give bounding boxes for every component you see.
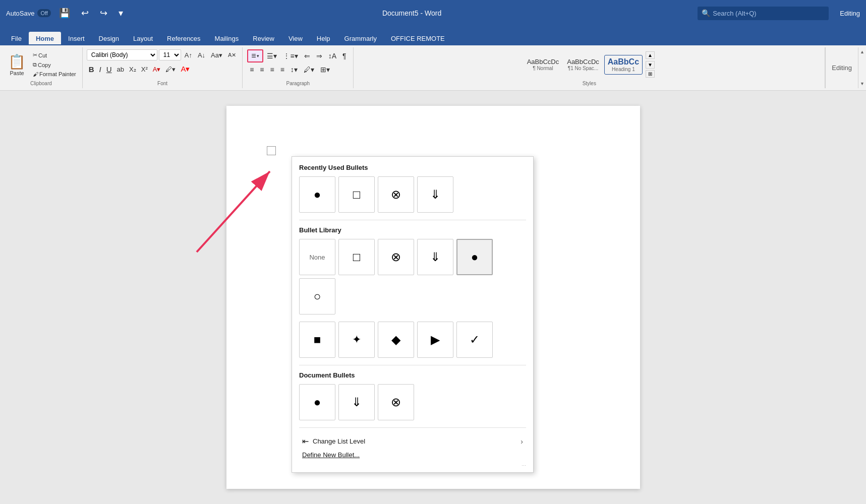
library-bullet-open-circle[interactable]: ○ — [299, 278, 335, 314]
cut-button[interactable]: ✂ Cut — [31, 51, 78, 59]
doc-bullet-arrow-down[interactable]: ⇓ — [338, 384, 375, 420]
doc-bullet-dot[interactable]: ● — [299, 384, 335, 420]
divider-2 — [299, 365, 526, 365]
tab-office-remote[interactable]: OFFICE REMOTE — [384, 32, 452, 45]
show-formatting-button[interactable]: ¶ — [340, 49, 349, 62]
clear-formatting-button[interactable]: A✕ — [226, 51, 238, 59]
align-right-button[interactable]: ≡ — [267, 64, 276, 75]
styles-up-button[interactable]: ▲ — [646, 51, 655, 59]
superscript-button[interactable]: X² — [139, 65, 150, 74]
change-list-level-item[interactable]: ⇤ Change List Level › — [299, 434, 526, 449]
autosave-toggle[interactable]: Off — [37, 9, 50, 17]
tab-help[interactable]: Help — [310, 32, 337, 45]
library-bullet-diamond[interactable]: ◆ — [378, 322, 414, 358]
borders-button[interactable]: ⊞▾ — [318, 64, 332, 75]
subscript-button[interactable]: X₂ — [127, 65, 138, 74]
multilevel-list-button[interactable]: ⋮≡▾ — [280, 49, 300, 62]
font-row-2: B I U ab X₂ X² A▾ 🖊▾ A▾ — [87, 64, 192, 75]
tab-layout[interactable]: Layout — [126, 32, 160, 45]
styles-down-button[interactable]: ▼ — [646, 61, 655, 69]
cut-label: Cut — [38, 52, 47, 58]
recent-bullet-dot[interactable]: ● — [299, 176, 335, 213]
resize-handle[interactable]: ⋯ — [299, 463, 526, 468]
recent-bullet-circle-x[interactable]: ⊗ — [378, 176, 414, 213]
style-normal[interactable]: AaBbCcDc ¶ Normal — [524, 56, 562, 73]
bold-button[interactable]: B — [87, 64, 96, 75]
tab-home[interactable]: Home — [29, 32, 61, 45]
strikethrough-button[interactable]: ab — [115, 65, 126, 74]
bullet-list-button[interactable]: ≡▾ — [247, 49, 263, 62]
tab-mailings[interactable]: Mailings — [208, 32, 246, 45]
styles-expand-button[interactable]: ⊞ — [646, 70, 655, 78]
redo-button[interactable]: ↪ — [97, 6, 110, 21]
clipboard-group: 📋 Paste ✂ Cut ⧉ Copy 🖌 Format Painter Cl… — [0, 47, 83, 88]
define-new-bullet-item[interactable]: Define New Bullet... — [299, 449, 526, 461]
library-bullet-black-square[interactable]: ■ — [299, 322, 335, 358]
tab-insert[interactable]: Insert — [61, 32, 92, 45]
customize-button[interactable]: ▾ — [116, 6, 126, 21]
tab-file[interactable]: File — [4, 32, 29, 45]
library-bullet-square[interactable]: □ — [338, 239, 375, 275]
shading-button[interactable]: 🖊▾ — [301, 64, 317, 75]
font-color-button[interactable]: A▾ — [151, 65, 163, 74]
italic-button[interactable]: I — [97, 64, 103, 75]
paste-button[interactable]: 📋 Paste — [4, 51, 30, 78]
scroll-up-arrow[interactable]: ▲ — [858, 48, 866, 55]
copy-button[interactable]: ⧉ Copy — [31, 60, 78, 69]
format-painter-icon: 🖌 — [33, 71, 38, 77]
cut-icon: ✂ — [33, 52, 37, 58]
style-no-spacing[interactable]: AaBbCcDc ¶1 No Spac... — [564, 56, 602, 73]
library-grid-1: None □ ⊗ ⇓ ● ○ — [299, 239, 526, 314]
library-grid-2: ■ ✦ ◆ ▶ ✓ — [299, 322, 526, 358]
style-heading1[interactable]: AaBbCc Heading 1 — [604, 55, 643, 75]
library-bullet-checkmark[interactable]: ✓ — [456, 322, 493, 358]
highlight-color-button[interactable]: 🖊▾ — [163, 65, 178, 74]
font-size-select[interactable]: 11 — [159, 49, 181, 60]
doc-bullet-circle-x[interactable]: ⊗ — [378, 384, 414, 420]
numbered-list-button[interactable]: ☰▾ — [264, 49, 279, 62]
editing-mode-label: Editing — [840, 10, 860, 17]
styles-scroll: ▲ ▼ ⊞ — [646, 49, 655, 80]
library-bullet-none[interactable]: None — [299, 239, 335, 275]
format-painter-button[interactable]: 🖌 Format Painter — [31, 70, 78, 78]
increase-indent-button[interactable]: ⇒ — [314, 49, 325, 62]
undo-button[interactable]: ↩ — [78, 6, 92, 21]
font-group: Calibri (Body) 11 A↑ A↓ Aa▾ A✕ B I U ab … — [83, 47, 243, 88]
sort-button[interactable]: ↕A — [326, 49, 339, 62]
copy-icon: ⧉ — [33, 61, 37, 68]
search-input[interactable] — [698, 7, 829, 20]
text-color-button[interactable]: A▾ — [179, 64, 192, 75]
tab-view[interactable]: View — [281, 32, 310, 45]
library-bullet-arrow-down[interactable]: ⇓ — [417, 239, 453, 275]
change-case-button[interactable]: Aa▾ — [209, 50, 224, 60]
autosave-label: AutoSave — [6, 10, 34, 17]
recent-bullet-square[interactable]: □ — [338, 176, 375, 213]
decrease-indent-button[interactable]: ⇐ — [302, 49, 313, 62]
tab-grammarly[interactable]: Grammarly — [337, 32, 384, 45]
library-bullet-circle-x[interactable]: ⊗ — [378, 239, 414, 275]
tab-design[interactable]: Design — [92, 32, 126, 45]
scroll-down-arrow[interactable]: ▼ — [858, 80, 866, 87]
underline-button[interactable]: U — [104, 64, 114, 75]
align-left-button[interactable]: ≡ — [247, 64, 256, 75]
line-spacing-button[interactable]: ↕▾ — [288, 64, 300, 75]
tab-review[interactable]: Review — [246, 32, 281, 45]
autosave-area: AutoSave Off — [6, 9, 51, 17]
justify-button[interactable]: ≡ — [278, 64, 287, 75]
save-button[interactable]: 💾 — [56, 6, 73, 21]
paragraph-label: Paragraph — [286, 80, 310, 86]
recent-bullet-arrow-down[interactable]: ⇓ — [417, 176, 453, 213]
document-bullets-title: Document Bullets — [299, 371, 526, 379]
decrease-font-button[interactable]: A↓ — [196, 50, 207, 60]
clipboard-content: 📋 Paste ✂ Cut ⧉ Copy 🖌 Format Painter — [4, 49, 78, 80]
tab-references[interactable]: References — [160, 32, 207, 45]
ribbon-scrollbar: ▲ ▼ — [858, 47, 866, 88]
document-area: Recently Used Bullets ● □ ⊗ ⇓ Bullet Lib… — [0, 91, 866, 504]
library-bullet-play[interactable]: ▶ — [417, 322, 453, 358]
library-bullet-colorplus[interactable]: ✦ — [338, 322, 375, 358]
align-center-button[interactable]: ≡ — [257, 64, 266, 75]
increase-font-button[interactable]: A↑ — [183, 50, 194, 60]
font-family-select[interactable]: Calibri (Body) — [87, 49, 157, 60]
clipboard-label: Clipboard — [30, 80, 52, 86]
library-bullet-dot-selected[interactable]: ● — [456, 239, 493, 275]
